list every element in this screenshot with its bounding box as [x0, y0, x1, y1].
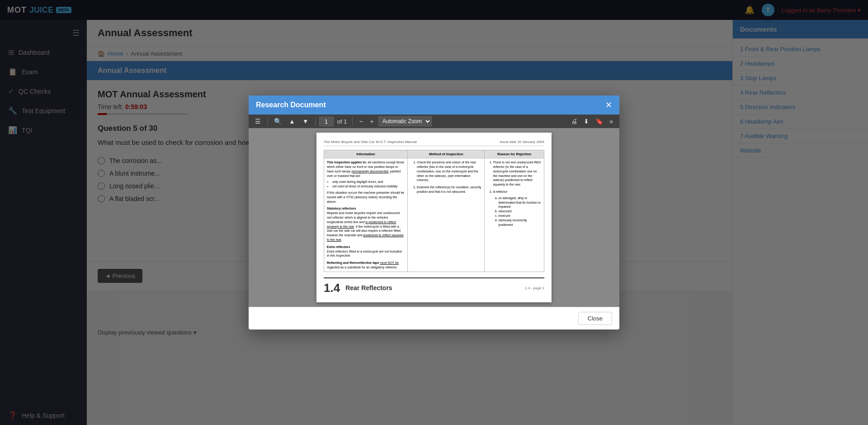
- pdf-col-method: Method of Inspection: [408, 150, 485, 158]
- pdf-footer: 1.4 Rear Reflectors 1.4 - page 1: [324, 277, 544, 295]
- pdf-zoom-select[interactable]: Automatic Zoom 50% 75% 100% 125% 150%: [378, 116, 432, 126]
- pdf-doc-title: The Motor Bicycle and Side Car M.O.T. In…: [324, 140, 417, 144]
- pdf-reason-cell: There is not one unobscured RED reflecto…: [485, 158, 544, 272]
- pdf-section-number: 1.4: [324, 281, 340, 295]
- modal-close-x-button[interactable]: ✕: [605, 101, 612, 109]
- research-document-modal: Research Document ✕ ☰ 🔍 ▲ ▼ of 1 − + Aut…: [249, 96, 619, 329]
- pdf-prev-page-button[interactable]: ▲: [286, 116, 298, 126]
- pdf-info-cell: This inspection applies to: all machines…: [324, 158, 408, 272]
- pdf-toolbar-separator-1: [267, 117, 268, 125]
- pdf-method-cell: Check the presence and colour of the rea…: [408, 158, 485, 272]
- modal-overlay[interactable]: Research Document ✕ ☰ 🔍 ▲ ▼ of 1 − + Aut…: [0, 0, 868, 425]
- pdf-bookmark-button[interactable]: 🔖: [593, 116, 606, 126]
- pdf-issue-date: Issue date 10 January 2005: [500, 140, 544, 144]
- pdf-zoom-out-button[interactable]: −: [356, 116, 365, 126]
- pdf-download-button[interactable]: ⬇: [581, 116, 592, 126]
- pdf-content: The Motor Bicycle and Side Car M.O.T. In…: [249, 128, 619, 307]
- pdf-section-title: Rear Reflectors: [345, 284, 392, 291]
- close-button[interactable]: Close: [578, 312, 612, 325]
- pdf-page-total: of 1: [337, 118, 347, 125]
- pdf-right-tools: 🖨 ⬇ 🔖 »: [568, 116, 616, 126]
- pdf-more-button[interactable]: »: [607, 116, 616, 126]
- modal-footer: Close: [249, 307, 619, 329]
- modal-title: Research Document: [256, 101, 326, 109]
- pdf-doc-header: The Motor Bicycle and Side Car M.O.T. In…: [324, 140, 544, 146]
- pdf-sidebar-toggle[interactable]: ☰: [252, 116, 264, 126]
- pdf-next-page-button[interactable]: ▼: [300, 116, 311, 126]
- pdf-col-reason: Reason for Rejection: [485, 150, 544, 158]
- pdf-table: Information Method of Inspection Reason …: [324, 150, 544, 272]
- pdf-col-info: Information: [324, 150, 408, 158]
- pdf-toolbar-separator-3: [352, 117, 353, 125]
- pdf-toolbar: ☰ 🔍 ▲ ▼ of 1 − + Automatic Zoom 50% 75% …: [249, 115, 619, 128]
- pdf-page-label: 1.4 - page 1: [525, 286, 544, 290]
- pdf-page-number-input[interactable]: [319, 117, 334, 126]
- modal-header: Research Document ✕: [249, 96, 619, 115]
- pdf-print-button[interactable]: 🖨: [568, 116, 580, 126]
- pdf-page: The Motor Bicycle and Side Car M.O.T. In…: [316, 133, 552, 302]
- pdf-toolbar-separator-2: [315, 117, 316, 125]
- pdf-search-button[interactable]: 🔍: [271, 116, 284, 126]
- pdf-zoom-in-button[interactable]: +: [368, 116, 377, 126]
